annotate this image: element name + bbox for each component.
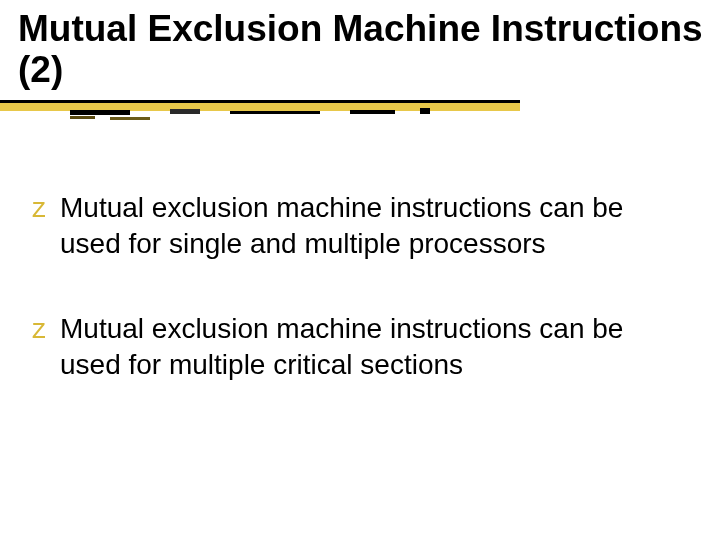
- bullet-list: z Mutual exclusion machine instructions …: [32, 190, 688, 432]
- svg-rect-3: [170, 109, 200, 114]
- svg-rect-5: [350, 110, 395, 114]
- svg-rect-7: [70, 116, 95, 119]
- bullet-text: Mutual exclusion machine instructions ca…: [60, 190, 688, 263]
- svg-rect-1: [0, 100, 520, 103]
- bullet-marker-icon: z: [32, 311, 46, 347]
- svg-rect-2: [70, 110, 130, 115]
- svg-rect-0: [0, 102, 520, 111]
- bullet-marker-icon: z: [32, 190, 46, 226]
- svg-rect-4: [230, 111, 320, 114]
- list-item: z Mutual exclusion machine instructions …: [32, 190, 688, 263]
- list-item: z Mutual exclusion machine instructions …: [32, 311, 688, 384]
- title-underline-decoration: [0, 100, 520, 126]
- bullet-text: Mutual exclusion machine instructions ca…: [60, 311, 688, 384]
- slide: Mutual Exclusion Machine Instructions (2…: [0, 0, 720, 540]
- slide-title: Mutual Exclusion Machine Instructions (2…: [0, 0, 720, 91]
- svg-rect-8: [110, 117, 150, 120]
- svg-rect-6: [420, 108, 430, 114]
